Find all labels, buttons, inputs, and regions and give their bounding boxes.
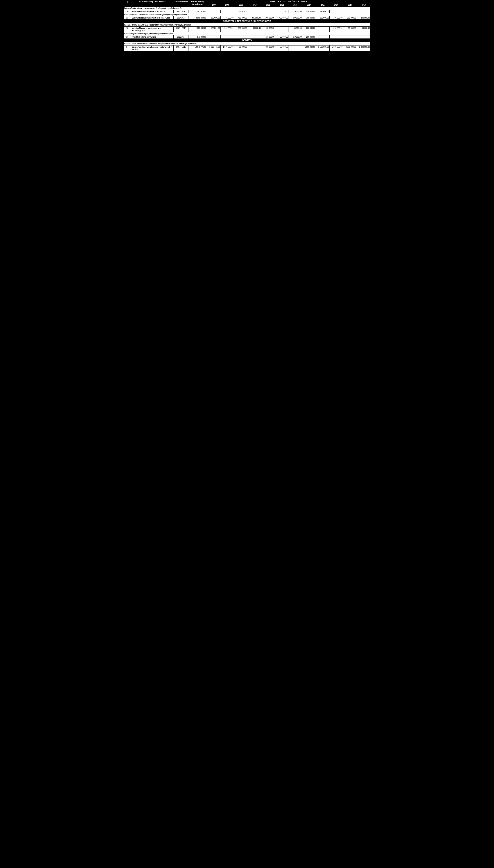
y2015-14: 2 500 000,00 (316, 45, 329, 51)
y2011-14: 30 000,00 (261, 45, 275, 51)
y2007-12: 128 594,00 (207, 26, 221, 32)
y2018-12: 100 000,00 (357, 26, 370, 32)
lp-14: 14 (124, 45, 131, 51)
y2017-11: 300 000,00 (343, 16, 357, 20)
y2016-12: 200 000,00 (329, 26, 343, 32)
y2012-10: 0,00 (275, 10, 289, 13)
col-header-2009: 2009 (234, 3, 248, 7)
y2010-14 (248, 45, 261, 51)
y2012-12 (275, 26, 289, 32)
y2009-13 (234, 35, 248, 38)
main-page: L.p. Nazwa instytucji i opis zadania Okr… (124, 0, 370, 51)
col-header-2012: 2012 (275, 3, 289, 7)
y2007-10 (207, 10, 221, 13)
y2009-12: 200 000,00 (234, 26, 248, 32)
y2008-10 (221, 10, 234, 13)
col-header-2013: 2013 (288, 3, 302, 7)
y2017-10 (343, 10, 357, 13)
total-11: 3 965 000,00 (189, 16, 207, 20)
main-table: L.p. Nazwa instytucji i opis zadania Okr… (124, 0, 370, 51)
period-12: 2007 - 2018 (174, 26, 189, 32)
period-14: 2007 - 2018 (174, 45, 189, 51)
y2010-13 (248, 35, 261, 38)
section-header-13: Wiesz: Projekt i budowa przytuliska otrz… (124, 32, 370, 35)
y2011-10 (261, 10, 275, 13)
y2014-10: 250 000,00 (302, 10, 316, 13)
section-header-10: Wiesz: Kładka pieszo - rowerowa, ul. Łaz… (124, 7, 370, 10)
col-header-2018: 2018 (357, 3, 370, 7)
total-12: 1 259 094,00 (189, 26, 207, 32)
col-header-2008: 2008 (221, 3, 234, 7)
section-title-oswiata-text: OŚWIATA (124, 38, 370, 42)
y2018-13 (357, 35, 370, 38)
y2018-10 (357, 10, 370, 13)
name-11: Budowa i rozbudowa oświetlenia drogowego (131, 16, 174, 20)
y2007-11: 395 000,00 (207, 16, 221, 20)
data-row-14: 14 Szkoła Podstawowa w Krośnie - budynek… (124, 45, 370, 51)
section-header-row-11: Wiesz: Budowa i rozbudowa oświetlenia dr… (124, 13, 370, 16)
y2017-13 (343, 35, 357, 38)
y2012-13: 60 000,00 (275, 35, 289, 38)
y2014-14: 1 500 000,00 (302, 45, 316, 51)
data-row-10: 10 Kładka pieszo - rowerowa, ul. Łazienn… (124, 10, 370, 13)
y2007-13 (207, 35, 221, 38)
col-header-2014: 2014 (302, 3, 316, 7)
name-14: Szkoła Podstawowa w Krośnie - budynek nr… (131, 45, 174, 51)
period-10: 2009 - 2015 (174, 10, 189, 13)
y2008-13 (221, 35, 234, 38)
period-13: 2011-2014 (174, 35, 189, 38)
col-header-name: Nazwa instytucji i opis zadania (131, 0, 174, 7)
y2011-11: 300 000,00 (261, 16, 275, 20)
y2015-13 (316, 35, 329, 38)
period-11: 2007-2018 (174, 16, 189, 20)
col-header-2016: 2016 (329, 3, 343, 7)
y2018-14: 2 000 000,00 (357, 45, 370, 51)
y2012-14: 82 000,00 (275, 45, 289, 51)
y2011-12: 60 000,00 (261, 26, 275, 32)
y2016-13 (329, 35, 343, 38)
y2008-14: 1 800 000,00 (221, 45, 234, 51)
section-header-14: Wiesz: Szkoła Podstawowa w Krośnie - bud… (124, 42, 370, 45)
col-header-2007: 2007 (207, 3, 221, 7)
col-header-2010: 2010 (248, 3, 261, 7)
total-10: 561 610,00 (189, 10, 207, 13)
y2008-12: 210 500,00 (221, 26, 234, 32)
col-header-period: Okres realizacji (174, 0, 189, 7)
section-header-12: Wiesz: e-gmina Mosina w społeczeństwie i… (124, 23, 370, 26)
y2017-12: 50 000,00 (343, 26, 357, 32)
y2013-12: 50 000,00 (288, 26, 302, 32)
y2010-12: 60 000,00 (248, 26, 261, 32)
col-header-lp: L.p. (124, 0, 131, 7)
data-row-12: 12 e-gmina Mosina w społeczeństwie infor… (124, 26, 370, 32)
col-header-2011: 2011 (261, 3, 275, 7)
lp-11: 11 (124, 16, 131, 20)
y2010-11: 345 000,00 (248, 16, 261, 20)
y2015-12 (316, 26, 329, 32)
y2009-14: 50 000,00 (234, 45, 248, 51)
data-row-11: 11 Budowa i rozbudowa oświetlenia drogow… (124, 16, 370, 20)
data-row-13: 13 Projekt i budowa przytuliska 2011-201… (124, 35, 370, 38)
total-14: 13 678 771,00 (189, 45, 207, 51)
lp-13: 13 (124, 35, 131, 38)
section-header-row-13: Wiesz: Projekt i budowa przytuliska otrz… (124, 32, 370, 35)
section-header-row-12: Wiesz: e-gmina Mosina w społeczeństwie i… (124, 23, 370, 26)
y2014-13: 250 000,00 (302, 35, 316, 38)
section-header-row-10: Wiesz: Kładka pieszo - rowerowa, ul. Łaz… (124, 7, 370, 10)
lp-12: 12 (124, 26, 131, 32)
y2013-11: 200 000,00 (288, 16, 302, 20)
section-title-pozostala: POZOSTAŁA INFRASTRUKTURA TECHNICZNA (124, 20, 370, 23)
y2010-10 (248, 10, 261, 13)
y2013-14 (288, 45, 302, 51)
section-header-11: Wiesz: Budowa i rozbudowa oświetlenia dr… (124, 13, 370, 16)
y2011-13: 13 000,00 (261, 35, 275, 38)
name-12: e-gmina Mosina w społeczeństwie informac… (131, 26, 174, 32)
y2015-11: 300 000,00 (316, 16, 329, 20)
y2013-10: 10 000,00 (288, 10, 302, 13)
section-title-oswiata: OŚWIATA (124, 38, 370, 42)
y2015-10: 240 000,00 (316, 10, 329, 13)
name-13: Projekt i budowa przytuliska (131, 35, 174, 38)
y2012-11: 450 000,00 (275, 16, 289, 20)
col-header-naklady: NAKŁADY W POSZCZEGÓLNYCH LATACH (207, 0, 370, 3)
lp-10: 10 (124, 10, 131, 13)
y2016-14: 2 500 000,00 (329, 45, 343, 51)
